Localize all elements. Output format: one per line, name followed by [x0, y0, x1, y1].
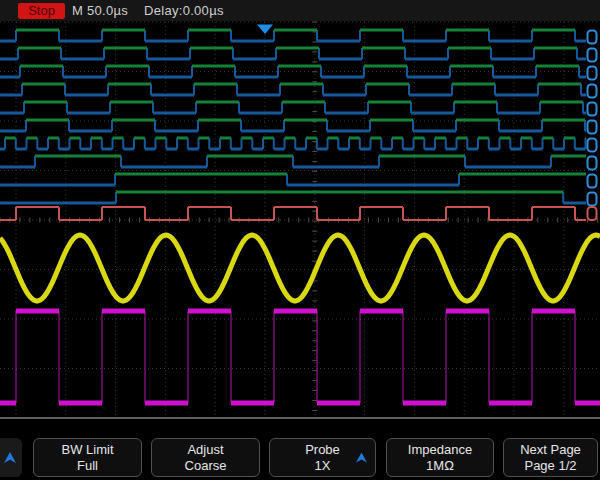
softkey-label: Probe: [270, 442, 375, 458]
softkey-bw-limit[interactable]: BW Limit Full: [33, 438, 142, 477]
softkey-label: BW Limit: [34, 442, 141, 458]
softkey-menu: BW Limit Full Adjust Coarse Probe 1X Imp…: [0, 430, 600, 480]
trigger-marker-icon: [257, 25, 273, 35]
status-bar: Stop M 50.0µs Delay:0.00µs: [0, 0, 600, 21]
sine-trace: [0, 235, 600, 301]
softkey-value: Full: [34, 458, 141, 474]
waveform-display: [0, 0, 600, 480]
softkey-next-page[interactable]: Next Page Page 1/2: [503, 438, 598, 477]
softkey-probe[interactable]: Probe 1X: [269, 438, 376, 477]
timebase-readout: M 50.0µs: [72, 3, 128, 19]
softkey-label: Adjust: [152, 442, 259, 458]
softkey-impedance[interactable]: Impedance 1MΩ: [386, 438, 494, 477]
softkey-label: Impedance: [387, 442, 493, 458]
channel-edge-markers: [588, 31, 597, 221]
delay-readout: Delay:0.00µs: [144, 3, 224, 19]
softkey-value: Page 1/2: [504, 458, 597, 474]
softkey-label: Next Page: [504, 442, 597, 458]
softkey-adjust[interactable]: Adjust Coarse: [151, 438, 260, 477]
softkey-value: Coarse: [152, 458, 259, 474]
magenta-square-trace: [0, 311, 600, 403]
up-arrow-icon: [4, 452, 16, 463]
run-status-badge: Stop: [18, 3, 65, 19]
softkey-value: 1MΩ: [387, 458, 493, 474]
oscilloscope-screen: Stop M 50.0µs Delay:0.00µs BW Limit Full…: [0, 0, 600, 480]
menu-up-button[interactable]: [0, 438, 22, 477]
digital-channels: [0, 30, 586, 203]
